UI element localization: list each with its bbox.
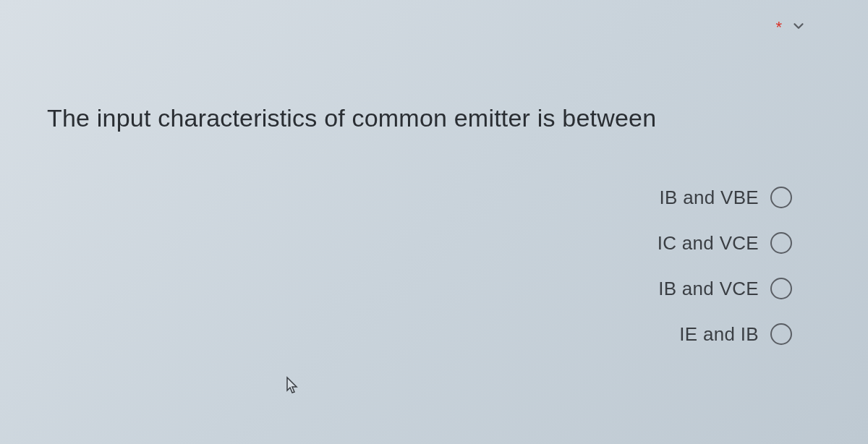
option-label: IB and VBE <box>660 187 759 209</box>
option-label: IC and VCE <box>658 232 759 255</box>
header-indicators: * <box>775 18 807 37</box>
option-row[interactable]: IC and VCE <box>658 232 792 255</box>
chevron-down-icon[interactable] <box>791 18 807 37</box>
options-list: IB and VBE IC and VCE IB and VCE IE and … <box>0 187 868 346</box>
option-label: IE and IB <box>679 323 759 346</box>
option-row[interactable]: IB and VCE <box>658 278 792 300</box>
option-row[interactable]: IE and IB <box>679 323 792 346</box>
radio-button[interactable] <box>770 278 792 299</box>
question-container: The input characteristics of common emit… <box>0 0 868 136</box>
required-asterisk: * <box>775 18 782 37</box>
option-row[interactable]: IB and VBE <box>660 187 792 209</box>
radio-button[interactable] <box>770 187 792 208</box>
radio-button[interactable] <box>770 323 792 345</box>
option-label: IB and VCE <box>658 278 759 300</box>
question-text: The input characteristics of common emit… <box>47 101 821 136</box>
cursor-icon <box>286 376 300 398</box>
radio-button[interactable] <box>770 232 792 254</box>
